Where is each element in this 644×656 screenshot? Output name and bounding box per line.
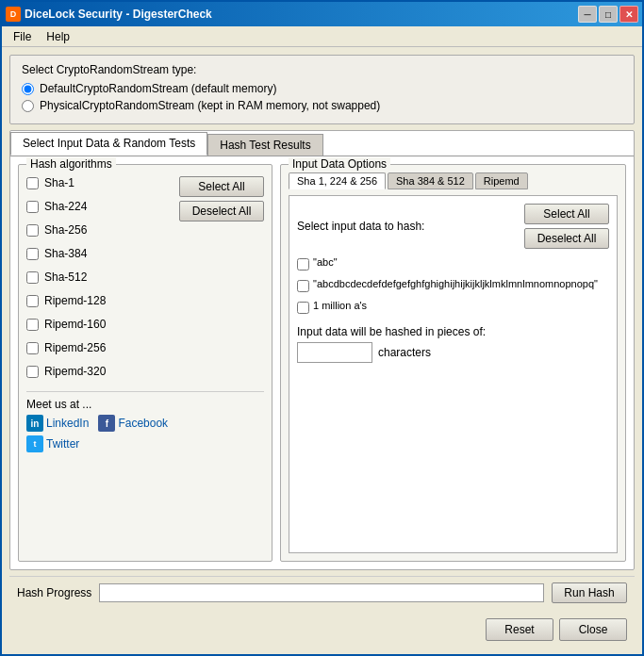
input-option-long-row: "abcdbcdecdefdefgefghfghighijhijkijkljkl… <box>297 278 609 292</box>
sha256-row: Sha-256 <box>26 223 106 237</box>
ripemd128-label: Ripemd-128 <box>44 294 106 307</box>
inner-tab-content: Select input data to hash: Select All De… <box>289 195 618 553</box>
input-options-header: Select input data to hash: Select All De… <box>297 204 609 249</box>
hash-algo-panel: Hash algorithms Sha-1 Sha-224 <box>18 164 272 562</box>
input-abc-checkbox[interactable] <box>297 258 309 271</box>
sha384-row: Sha-384 <box>26 247 106 260</box>
input-million-label: 1 million a's <box>313 300 367 311</box>
social-links: in LinkedIn f Facebook <box>26 415 264 432</box>
select-input-label: Select input data to hash: <box>297 220 424 233</box>
hash-checkboxes: Sha-1 Sha-224 Sha-256 <box>26 176 106 384</box>
menu-file[interactable]: File <box>6 28 39 45</box>
sha512-label: Sha-512 <box>44 271 87 284</box>
input-long-label: "abcdbcdecdefdefgefghfghighijhijkijkljkl… <box>313 278 598 289</box>
window-title: DiceLock Security - DigesterCheck <box>25 8 212 21</box>
sha1-label: Sha-1 <box>44 176 74 189</box>
tab-content-main: Hash algorithms Sha-1 Sha-224 <box>10 156 634 569</box>
crypto-section: Select CryptoRandomStream type: DefaultC… <box>9 55 635 124</box>
input-select-all-button[interactable]: Select All <box>524 204 609 224</box>
linkedin-icon: in <box>26 415 43 432</box>
ripemd256-checkbox[interactable] <box>26 342 39 354</box>
title-bar-left: D DiceLock Security - DigesterCheck <box>6 7 212 22</box>
sha224-label: Sha-224 <box>44 200 87 213</box>
inner-tab-sha384-512[interactable]: Sha 384 & 512 <box>388 172 473 189</box>
sha512-row: Sha-512 <box>26 271 106 284</box>
hash-algo-main-row: Sha-1 Sha-224 Sha-256 <box>26 172 264 384</box>
hash-deselect-all-button[interactable]: Deselect All <box>179 201 264 221</box>
social-title: Meet us at ... <box>26 398 264 411</box>
minimize-button[interactable]: ─ <box>578 6 597 23</box>
input-long-checkbox[interactable] <box>297 280 309 292</box>
close-button[interactable]: Close <box>559 618 627 641</box>
tab-hash-results[interactable]: Hash Test Results <box>207 134 323 156</box>
chars-row: characters <box>297 342 609 363</box>
hash-algo-buttons: Select All Deselect All <box>179 176 264 221</box>
menu-bar: File Help <box>2 26 642 47</box>
menu-help[interactable]: Help <box>39 28 77 45</box>
reset-button[interactable]: Reset <box>486 618 553 641</box>
twitter-icon: t <box>26 435 43 452</box>
social-section: Meet us at ... in LinkedIn f Facebook <box>26 391 264 452</box>
linkedin-link[interactable]: in LinkedIn <box>26 415 89 432</box>
progress-label: Hash Progress <box>17 586 91 599</box>
main-content: Select CryptoRandomStream type: DefaultC… <box>2 47 642 654</box>
sha384-label: Sha-384 <box>44 247 87 260</box>
chars-input[interactable] <box>297 342 372 363</box>
input-data-panel: Input Data Options Sha 1, 224 & 256 Sha … <box>280 164 626 562</box>
ripemd256-label: Ripemd-256 <box>44 341 106 354</box>
ripemd320-checkbox[interactable] <box>26 366 39 378</box>
sha512-checkbox[interactable] <box>26 271 39 284</box>
input-select-buttons: Select All Deselect All <box>524 204 609 249</box>
ripemd320-label: Ripemd-320 <box>44 365 106 378</box>
ripemd160-row: Ripemd-160 <box>26 318 106 331</box>
progress-bar <box>99 583 544 602</box>
hash-select-all-button[interactable]: Select All <box>179 176 264 197</box>
crypto-option-2-row: PhysicalCryptoRandomStream (kept in RAM … <box>22 99 622 112</box>
sha1-row: Sha-1 <box>26 176 106 189</box>
pieces-section: Input data will be hashed in pieces of: … <box>297 325 609 363</box>
crypto-radio-default[interactable] <box>22 83 34 95</box>
facebook-icon: f <box>98 415 115 432</box>
main-tab-bar: Select Input Data & Random Tests Hash Te… <box>10 131 634 156</box>
inner-tab-sha1-224-256[interactable]: Sha 1, 224 & 256 <box>289 172 386 189</box>
input-million-checkbox[interactable] <box>297 302 309 314</box>
main-tab-container: Select Input Data & Random Tests Hash Te… <box>9 130 635 570</box>
crypto-option-1-row: DefaultCryptoRandomStream (default memor… <box>22 82 622 95</box>
inner-tab-bar: Sha 1, 224 & 256 Sha 384 & 512 Ripemd <box>289 172 618 189</box>
facebook-link[interactable]: f Facebook <box>98 415 168 432</box>
window-close-button[interactable]: ✕ <box>619 6 638 23</box>
sha1-checkbox[interactable] <box>26 177 39 189</box>
app-icon: D <box>6 7 21 22</box>
sha224-checkbox[interactable] <box>26 201 39 213</box>
inner-tab-ripemd[interactable]: Ripemd <box>475 172 528 189</box>
twitter-link[interactable]: t Twitter <box>26 435 264 452</box>
run-hash-button[interactable]: Run Hash <box>552 582 627 603</box>
pieces-label: Input data will be hashed in pieces of: <box>297 325 609 338</box>
footer-bar: Reset Close <box>9 615 635 647</box>
maximize-button[interactable]: □ <box>599 6 618 23</box>
sha224-row: Sha-224 <box>26 200 106 213</box>
title-bar: D DiceLock Security - DigesterCheck ─ □ … <box>2 2 642 26</box>
tab-select-input[interactable]: Select Input Data & Random Tests <box>10 132 207 156</box>
input-abc-label: "abc" <box>313 256 338 268</box>
main-window: D DiceLock Security - DigesterCheck ─ □ … <box>0 0 644 656</box>
bottom-bar: Hash Progress Run Hash <box>9 576 635 609</box>
title-controls: ─ □ ✕ <box>578 6 638 23</box>
ripemd128-row: Ripemd-128 <box>26 294 106 307</box>
crypto-section-title: Select CryptoRandomStream type: <box>22 63 622 76</box>
chars-label: characters <box>378 346 431 359</box>
sha384-checkbox[interactable] <box>26 248 39 260</box>
input-deselect-all-button[interactable]: Deselect All <box>524 228 609 249</box>
ripemd160-checkbox[interactable] <box>26 319 39 331</box>
sha256-label: Sha-256 <box>44 223 87 237</box>
sha256-checkbox[interactable] <box>26 224 39 237</box>
ripemd320-row: Ripemd-320 <box>26 365 106 378</box>
crypto-option-1-label: DefaultCryptoRandomStream (default memor… <box>40 82 276 95</box>
ripemd128-checkbox[interactable] <box>26 295 39 307</box>
ripemd256-row: Ripemd-256 <box>26 341 106 354</box>
input-data-legend: Input Data Options <box>289 157 390 171</box>
crypto-option-2-label: PhysicalCryptoRandomStream (kept in RAM … <box>40 99 380 112</box>
crypto-radio-physical[interactable] <box>22 100 34 112</box>
input-option-million-row: 1 million a's <box>297 300 609 314</box>
hash-algo-legend: Hash algorithms <box>26 157 116 171</box>
